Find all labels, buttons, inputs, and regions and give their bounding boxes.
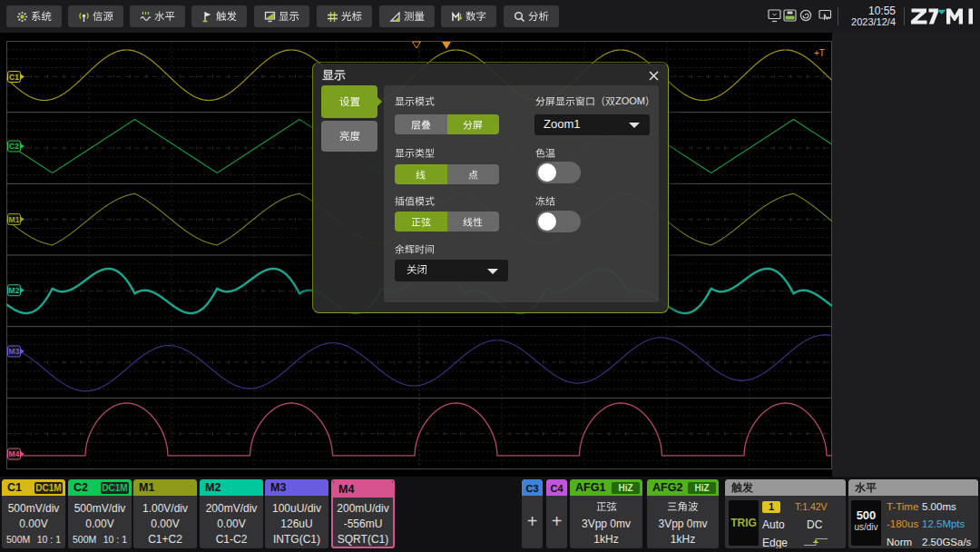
svg-text:M3: M3: [9, 347, 20, 356]
svg-text:C2: C2: [9, 142, 19, 151]
svg-text:M1: M1: [9, 215, 20, 224]
svg-text:M4: M4: [9, 449, 20, 458]
svg-text:C1: C1: [9, 73, 19, 82]
svg-text:M2: M2: [9, 286, 20, 295]
svg-text:+T: +T: [814, 48, 825, 58]
